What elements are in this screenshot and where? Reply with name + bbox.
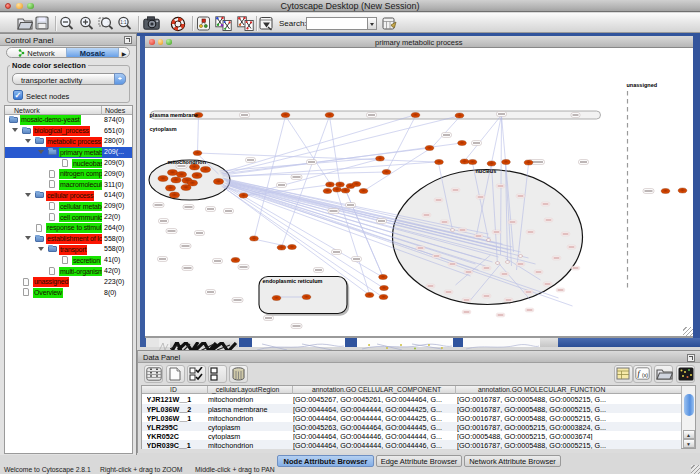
svg-text:endoplasmic reticulum: endoplasmic reticulum xyxy=(262,278,322,284)
svg-text:unassigned: unassigned xyxy=(626,82,657,88)
svg-text:nucleus: nucleus xyxy=(475,168,496,174)
svg-text:(x): (x) xyxy=(642,372,648,378)
svg-text:1:1: 1:1 xyxy=(120,20,127,25)
svg-text:plasma membrane: plasma membrane xyxy=(149,112,197,118)
svg-text:mitochondrion: mitochondrion xyxy=(167,159,206,165)
svg-text:cytoplasm: cytoplasm xyxy=(149,126,176,132)
